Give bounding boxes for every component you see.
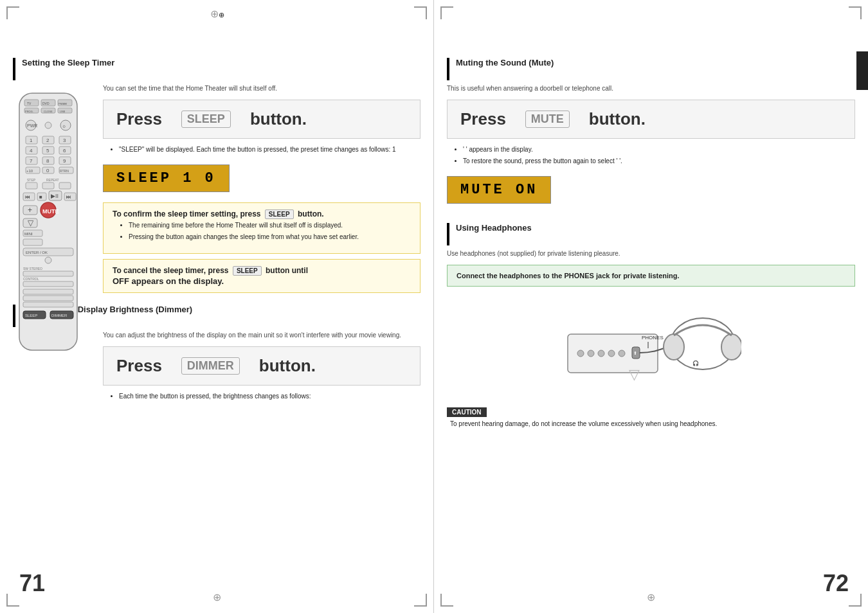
confirm-bullet-list: The remaining time before the Home Theat…	[119, 221, 411, 242]
svg-text:■: ■	[39, 194, 42, 200]
svg-text:7: 7	[30, 158, 33, 164]
mute-title: Muting the Sound (Mute)	[456, 58, 554, 67]
svg-text:⏮: ⏮	[25, 194, 30, 200]
remote-control-image: TV DVD FM/AM PROG. CLOSE USB PWR ⚙	[13, 90, 90, 361]
svg-rect-46	[59, 182, 71, 189]
svg-rect-44	[26, 182, 37, 189]
right-center-bottom-crosshair: ⊕	[647, 591, 655, 603]
svg-rect-72	[23, 296, 73, 301]
cancel-text: OFF appears on the display.	[113, 276, 411, 286]
caution-text: To prevent hearing damage, do not increa…	[450, 420, 855, 429]
svg-text:REPEAT: REPEAT	[46, 178, 59, 182]
svg-text:+: +	[28, 206, 32, 215]
confirm-title: To confirm the sleep timer setting, pres…	[113, 209, 261, 218]
mute-bullet2: To restore the sound, press the button a…	[463, 157, 855, 166]
confirm-block: To confirm the sleep timer setting, pres…	[103, 202, 420, 254]
headphone-section-header: Using Headphones	[447, 223, 855, 245]
sleep-intro: You can set the time that the Home Theat…	[103, 84, 420, 93]
svg-text:▽: ▽	[28, 218, 34, 227]
caution-box: CAUTION To prevent hearing damage, do no…	[447, 407, 855, 429]
headphone-illustration: ⬆ PHONES	[447, 296, 855, 398]
caution-label: CAUTION	[447, 407, 487, 417]
dimmer-button-label: button.	[259, 356, 316, 376]
mute-bullet-list: ' ' appears in the display. To restore t…	[453, 145, 855, 166]
svg-text:PROG.: PROG.	[25, 110, 33, 113]
mute-display: MUTE ON	[447, 171, 855, 209]
svg-text:USB: USB	[60, 110, 66, 113]
svg-text:FM/AM: FM/AM	[59, 102, 67, 105]
sleep-section-header: Setting the Sleep Timer	[13, 58, 420, 80]
dimmer-press-word: Press	[116, 356, 162, 376]
sleep-press-word: Press	[116, 109, 162, 129]
svg-text:5: 5	[46, 148, 50, 154]
dimmer-intro: You can adjust the brightness of the dis…	[103, 331, 420, 340]
mute-intro: This is useful when answering a doorbell…	[447, 84, 855, 93]
svg-rect-45	[42, 182, 54, 189]
svg-text:MUTE: MUTE	[42, 208, 59, 215]
svg-point-80	[588, 350, 594, 357]
svg-rect-68	[23, 271, 73, 276]
svg-text:⏭: ⏭	[66, 194, 71, 200]
headphone-intro: Use headphones (not supplied) for privat…	[447, 249, 855, 258]
svg-text:CLOSE: CLOSE	[44, 110, 53, 113]
cancel-button: button until	[266, 266, 308, 275]
svg-text:STEP: STEP	[27, 178, 36, 182]
svg-point-15	[45, 122, 51, 129]
svg-text:4: 4	[30, 148, 33, 154]
svg-text:3: 3	[63, 138, 66, 143]
svg-point-89	[664, 334, 684, 360]
sleep-display-text: SLEEP 1 0	[103, 164, 230, 192]
sleep-title: Setting the Sleep Timer	[22, 58, 114, 67]
svg-text:PWR: PWR	[27, 123, 37, 128]
svg-text:+10: +10	[26, 169, 33, 173]
svg-text:SW STEREO: SW STEREO	[23, 267, 42, 271]
right-page-number: 72	[823, 570, 849, 597]
sleep-press-box: Press SLEEP button.	[103, 100, 420, 139]
sleep-display: SLEEP 1 0	[103, 159, 420, 197]
mute-section-header: Muting the Sound (Mute)	[447, 58, 855, 80]
cancel-block: To cancel the sleep timer, press SLEEP b…	[103, 259, 420, 293]
left-page-number: 71	[19, 570, 45, 597]
center-bottom-crosshair: ⊕	[213, 591, 221, 603]
svg-text:⚙: ⚙	[62, 125, 66, 129]
svg-text:DIMMER: DIMMER	[51, 314, 68, 317]
headphone-title: Using Headphones	[456, 223, 532, 233]
svg-text:▽: ▽	[629, 366, 640, 382]
sleep-bullet1: "SLEEP" will be displayed. Each time the…	[119, 145, 420, 154]
svg-point-83	[619, 350, 625, 357]
svg-text:6: 6	[63, 148, 66, 154]
confirm-bullet1: The remaining time before the Home Theat…	[129, 221, 411, 230]
dimmer-press-box: Press DIMMER button.	[103, 346, 420, 386]
sleep-button-label: button.	[250, 109, 307, 129]
dimmer-bullet-list: Each time the button is pressed, the bri…	[109, 392, 420, 401]
svg-text:RTRN: RTRN	[60, 169, 69, 173]
svg-text:9: 9	[63, 158, 66, 164]
svg-text:2: 2	[46, 138, 50, 143]
cancel-title: To cancel the sleep timer, press	[113, 266, 229, 275]
svg-text:1: 1	[30, 138, 33, 143]
svg-point-90	[721, 334, 741, 360]
svg-rect-73	[23, 302, 73, 307]
svg-text:🎧: 🎧	[692, 360, 699, 366]
svg-point-66	[45, 257, 51, 263]
mute-button-label: button.	[589, 109, 646, 129]
confirm-bullet2: Pressing the button again changes the sl…	[129, 233, 411, 242]
svg-rect-71	[23, 289, 73, 294]
svg-text:SLEEP: SLEEP	[25, 314, 37, 317]
svg-text:MINI: MINI	[24, 232, 33, 236]
svg-text:⬆: ⬆	[633, 351, 637, 355]
svg-text:8: 8	[46, 158, 50, 164]
svg-text:PHONES: PHONES	[642, 335, 664, 341]
confirm-button: button.	[298, 209, 324, 218]
sleep-bullet-list: "SLEEP" will be displayed. Each time the…	[109, 145, 420, 154]
mute-press-word: Press	[460, 109, 506, 129]
svg-text:ENTER / OK: ENTER / OK	[26, 251, 48, 254]
svg-text:▶II: ▶II	[51, 193, 59, 199]
svg-rect-70	[23, 281, 73, 287]
black-tab	[856, 51, 868, 90]
svg-point-81	[598, 350, 604, 357]
svg-text:TV: TV	[27, 102, 32, 105]
svg-point-82	[608, 350, 615, 357]
svg-text:0: 0	[46, 168, 50, 173]
headphone-connect-text: Connect the headphones to the PHONES jac…	[447, 265, 855, 287]
